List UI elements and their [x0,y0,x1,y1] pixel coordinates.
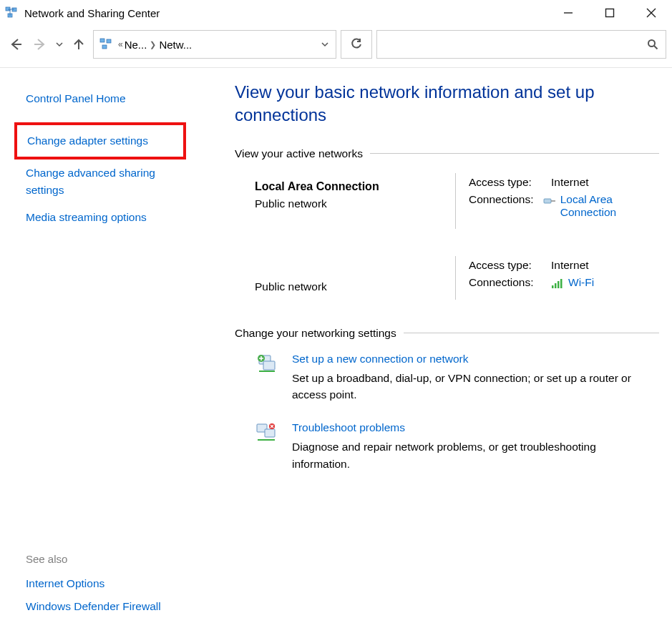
svg-rect-17 [557,281,560,288]
page-title: View your basic network information and … [235,81,636,127]
setup-connection-desc: Set up a broadband, dial-up, or VPN conn… [292,370,636,403]
nav-up-button[interactable] [69,34,89,54]
sidebar-change-advanced-sharing[interactable]: Change advanced sharing settings [0,160,215,204]
connection-link[interactable]: Wi-Fi [568,276,594,289]
address-bar[interactable]: « Ne... ❯ Netw... [93,30,336,59]
nav-forward-button[interactable] [30,34,50,54]
sidebar-media-streaming[interactable]: Media streaming options [0,204,215,231]
chevron-right-icon: ❯ [150,40,156,49]
wifi-icon [551,278,564,290]
connection-link[interactable]: Local Area Connection [560,193,659,219]
address-icon [94,38,118,51]
access-type-value: Internet [551,259,589,272]
ethernet-icon [543,195,556,207]
divider [404,333,659,333]
search-input[interactable] [383,39,646,51]
sidebar-windows-defender-firewall[interactable]: Windows Defender Firewall [0,595,215,628]
svg-rect-20 [263,361,275,370]
svg-rect-18 [560,279,563,288]
svg-point-12 [648,40,655,46]
troubleshoot-desc: Diagnose and repair network problems, or… [292,438,636,472]
address-history-dropdown[interactable] [314,40,336,49]
minimize-button[interactable] [547,0,589,26]
troubleshoot-icon [255,421,279,446]
window-title: Network and Sharing Center [24,7,547,19]
close-button[interactable] [630,0,672,26]
maximize-button[interactable] [589,0,630,26]
app-icon [4,6,19,20]
sidebar-control-panel-home[interactable]: Control Panel Home [0,85,215,112]
network-block: Local Area Connection Public network Acc… [235,173,659,229]
see-also-label: See also [0,553,215,565]
svg-rect-10 [107,39,111,43]
svg-rect-11 [102,45,107,49]
access-type-value: Internet [551,176,589,189]
breadcrumb-2[interactable]: Netw... [159,39,192,51]
svg-rect-4 [606,9,614,17]
troubleshoot-link[interactable]: Troubleshoot problems [292,421,405,433]
svg-rect-9 [100,39,104,42]
connections-label: Connections: [469,276,551,289]
section-active-networks: View your active networks [235,147,370,160]
connections-label: Connections: [469,193,543,206]
nav-history-dropdown[interactable] [54,34,64,54]
svg-rect-0 [6,7,10,11]
network-block: Public network Access type: Internet Con… [235,256,659,300]
divider [370,153,659,154]
svg-line-13 [654,46,658,49]
search-icon[interactable] [646,39,660,50]
sidebar-change-adapter-settings[interactable]: Change adapter settings [17,125,183,157]
network-type: Public network [255,197,455,210]
refresh-button[interactable] [341,30,372,59]
setting-item: Set up a new connection or network Set u… [255,353,659,403]
section-change-settings: Change your networking settings [235,327,404,340]
highlight-change-adapter: Change adapter settings [14,122,186,160]
svg-rect-15 [552,285,554,288]
breadcrumb-1[interactable]: Ne... [125,39,147,51]
access-type-label: Access type: [469,176,551,189]
access-type-label: Access type: [469,259,551,272]
svg-rect-14 [544,199,551,203]
svg-rect-23 [265,429,275,437]
setting-item: Troubleshoot problems Diagnose and repai… [255,421,659,472]
sidebar-internet-options[interactable]: Internet Options [0,572,215,595]
svg-rect-1 [12,8,16,11]
search-box[interactable] [376,30,666,59]
setup-connection-link[interactable]: Set up a new connection or network [292,353,468,365]
network-name: Local Area Connection [255,180,455,193]
svg-rect-16 [555,283,557,288]
nav-back-button[interactable] [6,34,26,54]
setup-connection-icon [255,353,279,377]
network-type: Public network [255,280,455,293]
